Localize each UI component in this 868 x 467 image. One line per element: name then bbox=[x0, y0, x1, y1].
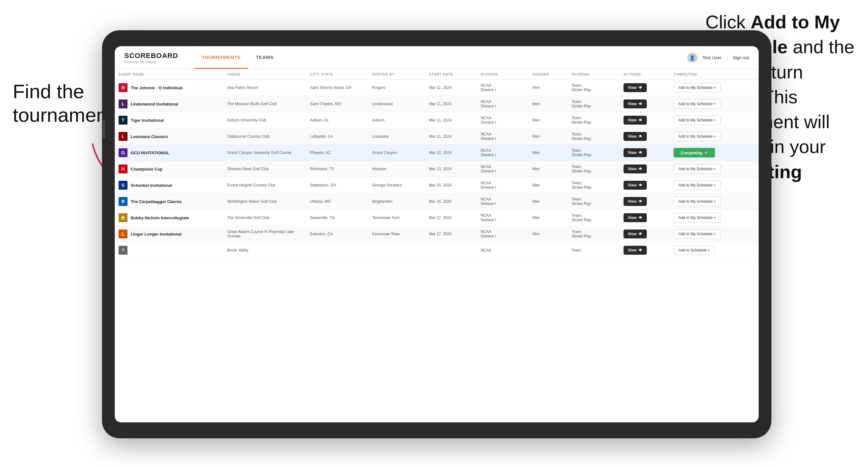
event-name-cell: R The Johnnie - O Individual bbox=[119, 83, 220, 92]
add-label: Add to My Schedule + bbox=[678, 199, 716, 204]
view-button[interactable]: View 👁 bbox=[623, 99, 647, 108]
gender-cell: Men bbox=[528, 226, 568, 242]
actions-cell: View 👁 bbox=[620, 80, 670, 96]
eye-icon: 👁 bbox=[639, 86, 642, 90]
venue-cell: Great Waters Course At Reynolds Lake Oco… bbox=[223, 226, 306, 242]
user-avatar: 👤 bbox=[687, 53, 698, 63]
event-name-cell: G GCU INVITATIONAL bbox=[119, 148, 220, 157]
add-to-schedule-button[interactable]: Add to My Schedule + bbox=[674, 132, 721, 141]
event-name-text: Bobby Nichols Intercollegiate bbox=[131, 216, 189, 220]
team-logo: L bbox=[119, 229, 127, 239]
event-name-cell: S Schenkel Invitational bbox=[119, 181, 220, 190]
venue-cell: Brook Valley bbox=[223, 242, 306, 258]
scoring-cell: Team, bbox=[568, 242, 619, 258]
team-logo: T bbox=[119, 116, 127, 125]
tablet-frame: SCOREBOARD Powered by clippd TOURNAMENTS… bbox=[102, 30, 771, 438]
table-row: L Louisiana Classics Oakbourne Country C… bbox=[115, 128, 759, 145]
view-button[interactable]: View 👁 bbox=[623, 181, 647, 190]
scoring-cell: Team,Stroke Play bbox=[568, 96, 619, 112]
table-container: EVENT NAME VENUE CITY, STATE HOSTED BY S… bbox=[115, 69, 759, 423]
col-header-actions: ACTIONS bbox=[620, 69, 670, 80]
scoring-cell: Team,Stroke Play bbox=[568, 128, 619, 145]
date-cell: Mar 17, 2024 bbox=[425, 226, 477, 242]
add-to-schedule-button[interactable]: Add to My Schedule + bbox=[674, 229, 721, 239]
event-name-text: Linger Longer Invitational bbox=[131, 232, 182, 237]
date-cell: Mar 11, 2024 bbox=[425, 80, 477, 96]
view-button[interactable]: View 👁 bbox=[623, 197, 647, 206]
actions-cell: View 👁 bbox=[620, 242, 670, 258]
date-cell: Mar 15, 2024 bbox=[425, 177, 477, 193]
hosted-cell: Tennessee Tech bbox=[368, 210, 425, 226]
scoring-cell: Team,Stroke Play bbox=[568, 226, 619, 242]
add-to-schedule-button[interactable]: Add to My Schedule + bbox=[674, 99, 721, 109]
division-cell: NCAADivision I bbox=[477, 145, 528, 161]
city-cell: Lafayette, LA bbox=[306, 128, 368, 145]
venue-cell: Auburn University Club bbox=[223, 112, 306, 128]
col-header-competing: COMPETING bbox=[670, 69, 759, 80]
event-name-text: Schenkel Invitational bbox=[131, 183, 172, 188]
eye-icon: 👁 bbox=[639, 232, 642, 236]
scoring-cell: Team,Stroke Play bbox=[568, 145, 619, 161]
eye-icon: 👁 bbox=[639, 248, 642, 252]
eye-icon: 👁 bbox=[639, 183, 642, 187]
city-cell bbox=[306, 242, 368, 258]
eye-icon: 👁 bbox=[639, 134, 642, 139]
event-name-cell: ? bbox=[119, 246, 220, 255]
city-cell: Saint Simons Island, GA bbox=[306, 80, 368, 96]
sign-out-link[interactable]: Sign out bbox=[733, 55, 749, 60]
hosted-cell: Binghamton bbox=[368, 193, 425, 210]
tab-tournaments[interactable]: TOURNAMENTS bbox=[194, 46, 248, 69]
add-to-schedule-button[interactable]: Add to My Schedule + bbox=[674, 213, 721, 222]
view-button[interactable]: View 👁 bbox=[623, 132, 647, 141]
hosted-cell: Grand Canyon bbox=[368, 145, 425, 161]
competing-button[interactable]: Competing ✓ bbox=[674, 148, 715, 157]
table-row: ? Brook ValleyNCAATeam,View 👁Add to Sche… bbox=[115, 242, 759, 258]
add-label: Add to My Schedule + bbox=[678, 134, 716, 139]
add-to-schedule-button[interactable]: Add to My Schedule + bbox=[674, 197, 721, 206]
hosted-cell: Auburn bbox=[368, 112, 425, 128]
competing-cell: Competing ✓ bbox=[670, 145, 759, 161]
venue-cell: Grand Canyon University Golf Course bbox=[223, 145, 306, 161]
view-button[interactable]: View 👁 bbox=[623, 213, 647, 222]
col-header-venue: VENUE bbox=[223, 69, 306, 80]
col-header-date: START DATE bbox=[425, 69, 477, 80]
gender-cell: Men bbox=[528, 193, 568, 210]
hosted-cell bbox=[368, 242, 425, 258]
add-to-schedule-button[interactable]: Add to My Schedule + bbox=[674, 115, 721, 125]
logo-area: SCOREBOARD Powered by clippd bbox=[124, 52, 178, 64]
add-to-schedule-button[interactable]: Add to My Schedule + bbox=[674, 180, 721, 190]
add-to-schedule-button[interactable]: Add to My Schedule + bbox=[674, 164, 721, 174]
add-to-schedule-button[interactable]: Add to Schedule + bbox=[674, 245, 714, 255]
add-to-schedule-button[interactable]: Add to My Schedule + bbox=[674, 83, 721, 92]
event-name-text: Tiger Invitational bbox=[131, 118, 164, 123]
competing-label: Competing bbox=[681, 151, 702, 155]
division-cell: NCAADivision I bbox=[477, 80, 528, 96]
view-button[interactable]: View 👁 bbox=[623, 164, 647, 174]
tab-teams[interactable]: TEAMS bbox=[248, 46, 281, 69]
venue-cell: Forest Heights Country Club bbox=[223, 177, 306, 193]
event-name-cell: H Champions Cup bbox=[119, 164, 220, 174]
view-button[interactable]: View 👁 bbox=[623, 116, 647, 125]
event-name-cell: L Lindenwood Invitational bbox=[119, 99, 220, 108]
division-cell: NCAADivision I bbox=[477, 161, 528, 177]
competing-cell: Add to My Schedule + bbox=[670, 80, 759, 96]
gender-cell: Men bbox=[528, 128, 568, 145]
nav-user-text: Test User bbox=[703, 55, 721, 60]
view-button[interactable]: View 👁 bbox=[623, 83, 647, 92]
col-header-scoring: SCORING bbox=[568, 69, 619, 80]
city-cell: Auburn, AL bbox=[306, 112, 368, 128]
view-button[interactable]: View 👁 bbox=[623, 148, 647, 157]
eye-icon: 👁 bbox=[639, 167, 642, 171]
scoring-cell: Team,Stroke Play bbox=[568, 210, 619, 226]
actions-cell: View 👁 bbox=[620, 145, 670, 161]
division-cell: NCAADivision I bbox=[477, 112, 528, 128]
event-name-text: Louisiana Classics bbox=[131, 134, 168, 139]
venue-cell: The Missouri Bluffs Golf Club bbox=[223, 96, 306, 112]
check-icon: ✓ bbox=[704, 150, 708, 155]
hosted-cell: Houston bbox=[368, 161, 425, 177]
view-button[interactable]: View 👁 bbox=[623, 246, 647, 255]
competing-cell: Add to My Schedule + bbox=[670, 210, 759, 226]
view-button[interactable]: View 👁 bbox=[623, 229, 647, 239]
eye-icon: 👁 bbox=[639, 199, 642, 204]
table-row: R The Johnnie - O Individual Sea Palms R… bbox=[115, 80, 759, 96]
